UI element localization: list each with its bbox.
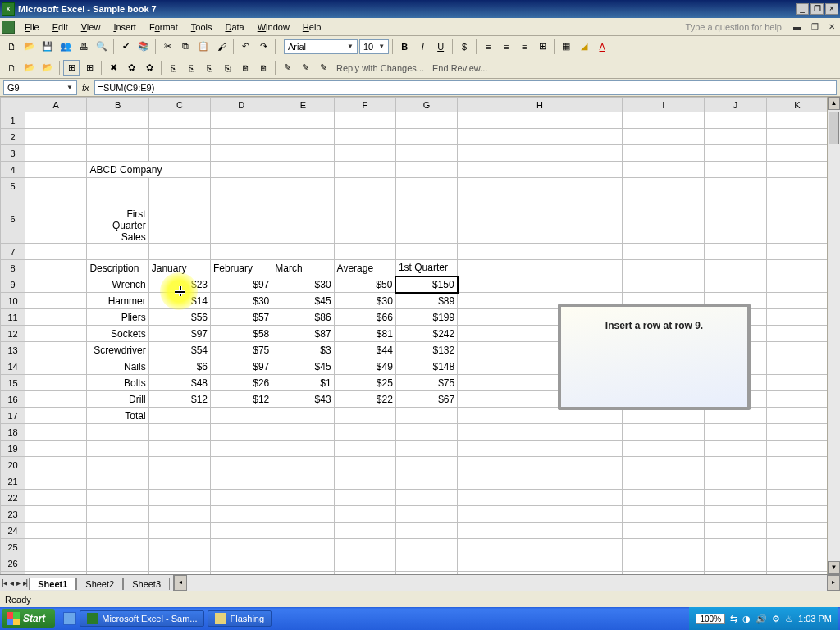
tb-icon-2[interactable]: 📂: [21, 60, 38, 76]
cell-G10[interactable]: $89: [395, 293, 457, 309]
col-header-G[interactable]: G: [395, 98, 457, 112]
row-header-15[interactable]: 15: [1, 375, 25, 391]
menu-file[interactable]: File: [18, 21, 46, 34]
menu-format[interactable]: Format: [143, 21, 185, 34]
cell-B14[interactable]: Nails: [87, 358, 148, 375]
borders-icon[interactable]: ▦: [558, 39, 574, 55]
cell-E13[interactable]: $3: [272, 342, 334, 358]
cell-B9[interactable]: Wrench: [87, 276, 148, 293]
tb-icon-16[interactable]: ✎: [297, 60, 313, 76]
spelling-icon[interactable]: ✔: [117, 39, 134, 55]
align-center-icon[interactable]: ≡: [498, 39, 514, 55]
cell-B16[interactable]: Drill: [87, 391, 148, 408]
cell-C13[interactable]: $54: [148, 342, 210, 358]
tray-icon-1[interactable]: ⇆: [730, 614, 737, 624]
row-header-3[interactable]: 3: [1, 145, 25, 162]
minimize-button[interactable]: _: [796, 3, 809, 15]
menu-edit[interactable]: Edit: [46, 21, 75, 34]
cell-F10[interactable]: $30: [334, 293, 395, 309]
cell-D11[interactable]: $57: [211, 309, 272, 326]
tb-icon-11[interactable]: ⎘: [201, 60, 217, 76]
cell-C9[interactable]: $23: [148, 276, 210, 293]
cell-D10[interactable]: $30: [211, 293, 272, 309]
tb-icon-13[interactable]: 🗎: [237, 60, 253, 76]
scroll-down-icon[interactable]: ▼: [828, 561, 840, 574]
cell-F11[interactable]: $66: [334, 309, 395, 326]
align-left-icon[interactable]: ≡: [480, 39, 496, 55]
quick-launch-icon[interactable]: [63, 612, 76, 625]
cell-B6[interactable]: FirstQuarterSales: [87, 194, 148, 244]
cell-C12[interactable]: $97: [148, 326, 210, 342]
scroll-right-icon[interactable]: ▸: [827, 575, 840, 591]
taskbar-app-excel[interactable]: Microsoft Excel - Sam...: [80, 610, 204, 627]
print-icon[interactable]: 🖶: [75, 39, 92, 55]
tb-icon-5[interactable]: ⊞: [81, 60, 98, 76]
menu-help[interactable]: Help: [296, 21, 328, 34]
font-color-icon[interactable]: A: [594, 39, 610, 55]
row-header-10[interactable]: 10: [1, 293, 25, 309]
row-header-11[interactable]: 11: [1, 309, 25, 326]
save-icon[interactable]: 💾: [39, 39, 56, 55]
scroll-up-icon[interactable]: ▲: [828, 97, 840, 110]
reply-changes-button[interactable]: Reply with Changes...: [333, 63, 427, 73]
cell-B13[interactable]: Screwdriver: [87, 342, 148, 358]
cell-E9[interactable]: $30: [272, 276, 334, 293]
clock[interactable]: 1:03 PM: [798, 614, 832, 623]
row-header-1[interactable]: 1: [1, 112, 25, 129]
horizontal-scrollbar[interactable]: ◂ ▸: [173, 575, 840, 591]
cell-F16[interactable]: $22: [334, 391, 395, 408]
cell-E10[interactable]: $45: [272, 293, 334, 309]
cell-D9[interactable]: $97: [211, 276, 272, 293]
cell-D14[interactable]: $97: [211, 358, 272, 375]
cut-icon[interactable]: ✂: [159, 39, 176, 55]
tb-icon-4[interactable]: ⊞: [63, 60, 80, 76]
row-header-4[interactable]: 4: [1, 162, 25, 178]
row-header-5[interactable]: 5: [1, 178, 25, 194]
cell-F9[interactable]: $50: [334, 276, 395, 293]
align-right-icon[interactable]: ≡: [516, 39, 532, 55]
tb-icon-10[interactable]: ⎘: [183, 60, 199, 76]
row-header-14[interactable]: 14: [1, 358, 25, 375]
font-size-select[interactable]: 10▼: [359, 39, 389, 54]
cell-G8[interactable]: 1st Quarter: [395, 260, 457, 276]
cell-C11[interactable]: $56: [148, 309, 210, 326]
col-header-J[interactable]: J: [705, 98, 766, 112]
col-header-F[interactable]: F: [334, 98, 395, 112]
cell-B11[interactable]: Pliers: [87, 309, 148, 326]
col-header-I[interactable]: I: [622, 98, 704, 112]
bold-button[interactable]: B: [396, 39, 413, 55]
col-header-E[interactable]: E: [272, 98, 334, 112]
merge-icon[interactable]: ⊞: [534, 39, 550, 55]
cell-E8[interactable]: March: [272, 260, 334, 276]
menu-insert[interactable]: Insert: [107, 21, 143, 34]
cell-B15[interactable]: Bolts: [87, 375, 148, 391]
row-header-9[interactable]: 9: [1, 276, 25, 293]
worksheet-grid[interactable]: A B C D E F G H I J K 1 2 3 4ABCD Compan…: [0, 97, 840, 574]
open-icon[interactable]: 📂: [21, 39, 38, 55]
tab-sheet3[interactable]: Sheet3: [123, 578, 170, 590]
cell-B12[interactable]: Sockets: [87, 326, 148, 342]
col-header-B[interactable]: B: [87, 98, 148, 112]
tb-icon-17[interactable]: ✎: [315, 60, 331, 76]
cell-C10[interactable]: $14: [148, 293, 210, 309]
cell-C8[interactable]: January: [148, 260, 210, 276]
row-header-21[interactable]: 21: [1, 473, 25, 490]
cell-E16[interactable]: $43: [272, 391, 334, 408]
cell-F12[interactable]: $81: [334, 326, 395, 342]
cell-G14[interactable]: $148: [395, 358, 457, 375]
research-icon[interactable]: 📚: [135, 39, 152, 55]
cell-G12[interactable]: $242: [395, 326, 457, 342]
cell-F8[interactable]: Average: [334, 260, 395, 276]
tray-icon-2[interactable]: ◑: [742, 614, 751, 624]
cell-D16[interactable]: $12: [211, 391, 272, 408]
cell-F15[interactable]: $25: [334, 375, 395, 391]
row-header-8[interactable]: 8: [1, 260, 25, 276]
cell-E14[interactable]: $45: [272, 358, 334, 375]
currency-icon[interactable]: $: [456, 39, 472, 55]
row-header-12[interactable]: 12: [1, 326, 25, 342]
tb-icon-1[interactable]: 🗋: [3, 60, 20, 76]
scroll-left-icon[interactable]: ◂: [174, 575, 187, 591]
row-header-16[interactable]: 16: [1, 391, 25, 408]
row-header-27[interactable]: 27: [1, 572, 25, 575]
col-header-A[interactable]: A: [25, 98, 87, 112]
